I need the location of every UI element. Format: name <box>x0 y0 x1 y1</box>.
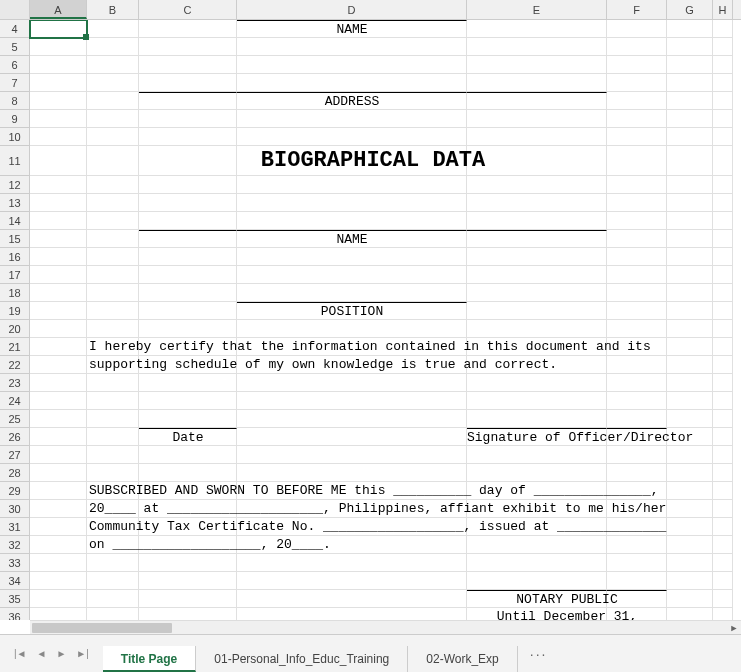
cell-B14[interactable] <box>87 212 139 230</box>
row-header-8[interactable]: 8 <box>0 92 30 110</box>
cell-H21[interactable] <box>713 338 733 356</box>
cell-C26[interactable]: Date <box>139 428 237 446</box>
cell-D35[interactable] <box>237 590 467 608</box>
cell-A25[interactable] <box>30 410 87 428</box>
cell-B20[interactable] <box>87 320 139 338</box>
cell-D26[interactable] <box>237 428 467 446</box>
cell-C6[interactable] <box>139 56 237 74</box>
cell-B35[interactable] <box>87 590 139 608</box>
cell-D19[interactable]: POSITION <box>237 302 467 320</box>
row-header-5[interactable]: 5 <box>0 38 30 56</box>
cell-B27[interactable] <box>87 446 139 464</box>
cell-F15[interactable] <box>607 230 667 248</box>
cell-F12[interactable] <box>607 176 667 194</box>
cell-E26[interactable]: Signature of Officer/Director <box>467 428 607 446</box>
cell-B23[interactable] <box>87 374 139 392</box>
cell-C17[interactable] <box>139 266 237 284</box>
cell-A33[interactable] <box>30 554 87 572</box>
cell-H18[interactable] <box>713 284 733 302</box>
cell-G14[interactable] <box>667 212 713 230</box>
cell-D28[interactable] <box>237 464 467 482</box>
cell-C18[interactable] <box>139 284 237 302</box>
cell-B9[interactable] <box>87 110 139 128</box>
cell-G7[interactable] <box>667 74 713 92</box>
cell-F14[interactable] <box>607 212 667 230</box>
cell-E35[interactable]: NOTARY PUBLIC <box>467 590 607 608</box>
cell-D12[interactable] <box>237 176 467 194</box>
cell-A6[interactable] <box>30 56 87 74</box>
cell-A27[interactable] <box>30 446 87 464</box>
cell-H17[interactable] <box>713 266 733 284</box>
cell-E36[interactable]: Until December 31, <box>467 608 607 620</box>
cell-D14[interactable] <box>237 212 467 230</box>
cell-C25[interactable] <box>139 410 237 428</box>
cell-H15[interactable] <box>713 230 733 248</box>
row-header-24[interactable]: 24 <box>0 392 30 410</box>
cell-A24[interactable] <box>30 392 87 410</box>
cell-B5[interactable] <box>87 38 139 56</box>
row-header-20[interactable]: 20 <box>0 320 30 338</box>
cell-B22[interactable]: supporting schedule of my own knowledge … <box>87 356 139 374</box>
cell-C36[interactable] <box>139 608 237 620</box>
cell-G21[interactable] <box>667 338 713 356</box>
cell-H32[interactable] <box>713 536 733 554</box>
cell-C20[interactable] <box>139 320 237 338</box>
cell-G19[interactable] <box>667 302 713 320</box>
cell-H34[interactable] <box>713 572 733 590</box>
cell-A13[interactable] <box>30 194 87 212</box>
cell-D6[interactable] <box>237 56 467 74</box>
cell-H24[interactable] <box>713 392 733 410</box>
cell-B25[interactable] <box>87 410 139 428</box>
cell-C28[interactable] <box>139 464 237 482</box>
cell-E5[interactable] <box>467 38 607 56</box>
column-header-H[interactable]: H <box>713 0 733 19</box>
cell-E18[interactable] <box>467 284 607 302</box>
cell-H35[interactable] <box>713 590 733 608</box>
cell-C24[interactable] <box>139 392 237 410</box>
cell-F9[interactable] <box>607 110 667 128</box>
cell-E12[interactable] <box>467 176 607 194</box>
cell-C34[interactable] <box>139 572 237 590</box>
cell-G33[interactable] <box>667 554 713 572</box>
cell-G4[interactable] <box>667 20 713 38</box>
cell-B30[interactable]: 20____ at ____________________, Philippi… <box>87 500 139 518</box>
cell-A16[interactable] <box>30 248 87 266</box>
row-header-28[interactable]: 28 <box>0 464 30 482</box>
tab-nav-prev-icon[interactable]: ◄ <box>37 648 47 659</box>
row-header-15[interactable]: 15 <box>0 230 30 248</box>
cell-H20[interactable] <box>713 320 733 338</box>
cell-D23[interactable] <box>237 374 467 392</box>
cell-G23[interactable] <box>667 374 713 392</box>
row-header-35[interactable]: 35 <box>0 590 30 608</box>
cell-D20[interactable] <box>237 320 467 338</box>
cell-F6[interactable] <box>607 56 667 74</box>
cell-F28[interactable] <box>607 464 667 482</box>
cell-H27[interactable] <box>713 446 733 464</box>
cell-G22[interactable] <box>667 356 713 374</box>
cell-H29[interactable] <box>713 482 733 500</box>
cell-A18[interactable] <box>30 284 87 302</box>
cell-D5[interactable] <box>237 38 467 56</box>
cell-G20[interactable] <box>667 320 713 338</box>
row-header-29[interactable]: 29 <box>0 482 30 500</box>
cell-E23[interactable] <box>467 374 607 392</box>
cell-F18[interactable] <box>607 284 667 302</box>
row-header-21[interactable]: 21 <box>0 338 30 356</box>
cell-A29[interactable] <box>30 482 87 500</box>
cell-B16[interactable] <box>87 248 139 266</box>
cell-C15[interactable] <box>139 230 237 248</box>
cell-E20[interactable] <box>467 320 607 338</box>
cell-B26[interactable] <box>87 428 139 446</box>
row-header-32[interactable]: 32 <box>0 536 30 554</box>
cell-B15[interactable] <box>87 230 139 248</box>
row-header-34[interactable]: 34 <box>0 572 30 590</box>
cell-B13[interactable] <box>87 194 139 212</box>
cell-E6[interactable] <box>467 56 607 74</box>
cell-H31[interactable] <box>713 518 733 536</box>
cell-B34[interactable] <box>87 572 139 590</box>
row-header-10[interactable]: 10 <box>0 128 30 146</box>
cell-G31[interactable] <box>667 518 713 536</box>
cell-E28[interactable] <box>467 464 607 482</box>
sheet-tab-title-page[interactable]: Title Page <box>103 646 196 672</box>
cell-C16[interactable] <box>139 248 237 266</box>
